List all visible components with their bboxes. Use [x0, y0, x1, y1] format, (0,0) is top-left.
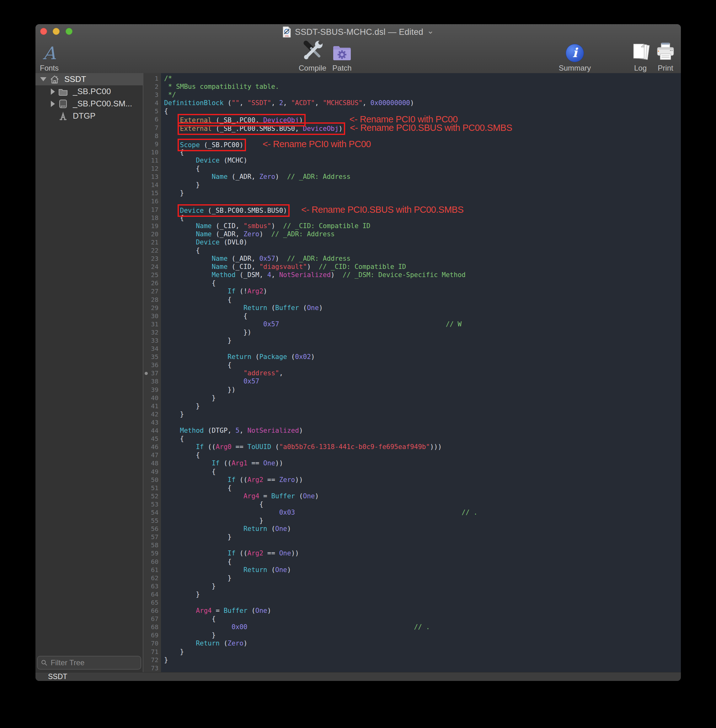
svg-text:DSL: DSL — [285, 35, 289, 37]
line-number: 47 — [143, 451, 161, 459]
tree-item--sb-pc00-sm-[interactable]: _SB.PC00.SM... — [35, 98, 143, 110]
code-line-38: 0x57 — [164, 377, 681, 385]
disclosure-closed-icon[interactable] — [51, 101, 55, 107]
status-scope-path: SSDT — [48, 672, 67, 681]
log-button[interactable]: Log — [630, 38, 651, 73]
code-line-53: { — [164, 500, 681, 508]
code-line-20: Name (_ADR, Zero) // _ADR: Address — [164, 230, 681, 238]
line-number: 10 — [143, 148, 161, 156]
code-line-13: Name (_ADR, Zero) // _ADR: Address — [164, 173, 681, 181]
home-icon — [49, 74, 60, 84]
code-line-41: } — [164, 402, 681, 410]
summary-button[interactable]: i Summary — [556, 38, 594, 73]
code-line-66: Arg4 = Buffer (One) — [164, 607, 681, 615]
line-number: 32 — [143, 328, 161, 337]
code-line-11: Device (MCHC) — [164, 156, 681, 164]
line-number: 38 — [143, 377, 161, 385]
code-line-35: Return (Package (0x02) — [164, 353, 681, 361]
print-button[interactable]: Print — [651, 38, 680, 73]
document-icon: DSL — [282, 26, 291, 38]
code-line-64: } — [164, 590, 681, 598]
device-icon — [58, 99, 68, 109]
compile-label: Compile — [299, 64, 326, 73]
code-line-73 — [164, 664, 681, 672]
line-number: 73 — [143, 664, 161, 672]
line-number: 15 — [143, 189, 161, 197]
rename-highlight-box: Device (_SB.PC00.SMBS.BUS0) — [180, 207, 287, 214]
rename-highlight-box: External (_SB_.PC00.SMBS.BUS0, DeviceObj… — [180, 125, 343, 132]
line-number: 12 — [143, 164, 161, 173]
code-line-55: } — [164, 517, 681, 525]
code-line-4: DefinitionBlock ("", "SSDT", 2, "ACDT", … — [164, 99, 681, 107]
filter-input[interactable] — [50, 658, 137, 667]
line-number: 49 — [143, 467, 161, 476]
code-line-44: Method (DTGP, 5, NotSerialized) — [164, 426, 681, 435]
line-number: 13 — [143, 173, 161, 181]
code-editor[interactable]: /* * SMBus compatibility table. */Defini… — [161, 73, 681, 672]
code-line-1: /* — [164, 74, 681, 82]
line-number: 4 — [143, 99, 161, 107]
line-number: 54 — [143, 508, 161, 517]
code-line-60: { — [164, 558, 681, 566]
search-icon — [41, 659, 47, 666]
disclosure-open-icon[interactable] — [40, 77, 46, 81]
code-line-9: Scope (_SB.PC00)<- Rename PCI0 with PC00 — [164, 140, 681, 148]
line-number: 25 — [143, 271, 161, 279]
line-number: 59 — [143, 549, 161, 557]
code-line-16 — [164, 197, 681, 205]
code-line-67: { — [164, 615, 681, 623]
code-line-69: } — [164, 631, 681, 639]
rename-annotation: <- Rename PCI0 with PC00 — [262, 139, 371, 149]
line-number: 43 — [143, 418, 161, 426]
fonts-button[interactable]: A Fonts — [37, 38, 62, 73]
title-chevron-icon[interactable]: ⌄ — [427, 29, 434, 32]
line-number: 51 — [143, 484, 161, 492]
line-number: 36 — [143, 361, 161, 369]
line-number: 30 — [143, 312, 161, 320]
code-line-23: Name (_ADR, 0x57) // _ADR: Address — [164, 255, 681, 262]
code-line-72: } — [164, 656, 681, 664]
line-number: 5 — [143, 107, 161, 115]
folder-icon — [58, 86, 68, 97]
code-line-50: If ((Arg2 == Zero)) — [164, 476, 681, 484]
compile-button[interactable]: Compile — [295, 38, 330, 73]
line-number: 69 — [143, 631, 161, 639]
summary-icon: i — [566, 44, 584, 62]
code-line-7: External (_SB_.PC00.SMBS.BUS0, DeviceObj… — [164, 124, 681, 132]
line-number: 40 — [143, 394, 161, 402]
code-line-24: Name (_CID, "diagsvault") // _CID: Compa… — [164, 262, 681, 271]
rename-annotation: <- Rename PCI0.SBUS with PC00.SMBS — [350, 123, 512, 133]
code-line-70: Return (Zero) — [164, 639, 681, 648]
code-line-25: Method (_DSM, 4, NotSerialized) // _DSM:… — [164, 271, 681, 279]
code-line-36: { — [164, 361, 681, 369]
code-line-22: { — [164, 246, 681, 255]
patch-icon — [332, 44, 352, 62]
code-line-52: Arg4 = Buffer (One) — [164, 492, 681, 500]
rename-highlight-box: Scope (_SB.PC00) — [180, 141, 243, 149]
line-number: 8 — [143, 132, 161, 140]
code-line-26: { — [164, 279, 681, 287]
line-number: 48 — [143, 459, 161, 467]
sidebar-tree: SSDT_SB.PC00_SB.PC00.SM...DTGP — [35, 73, 143, 672]
tree-item--sb-pc00[interactable]: _SB.PC00 — [35, 85, 143, 98]
line-number: 21 — [143, 238, 161, 246]
line-number: 44 — [143, 426, 161, 435]
disclosure-closed-icon[interactable] — [51, 88, 55, 95]
line-number: 1 — [143, 74, 161, 82]
line-number: 14 — [143, 181, 161, 189]
code-line-39: }) — [164, 386, 681, 394]
line-number: 70 — [143, 639, 161, 648]
code-line-45: { — [164, 435, 681, 443]
line-number: 64 — [143, 590, 161, 598]
code-line-8 — [164, 132, 681, 140]
line-number: 33 — [143, 337, 161, 344]
code-line-10: { — [164, 148, 681, 156]
tree-item-dtgp[interactable]: DTGP — [35, 110, 143, 122]
line-number: 28 — [143, 296, 161, 304]
line-number: 60 — [143, 558, 161, 566]
code-line-63: } — [164, 582, 681, 590]
line-number: 55 — [143, 517, 161, 525]
filter-field[interactable] — [37, 656, 141, 670]
tree-item-ssdt[interactable]: SSDT — [35, 73, 143, 85]
patch-button[interactable]: Patch — [326, 38, 358, 73]
